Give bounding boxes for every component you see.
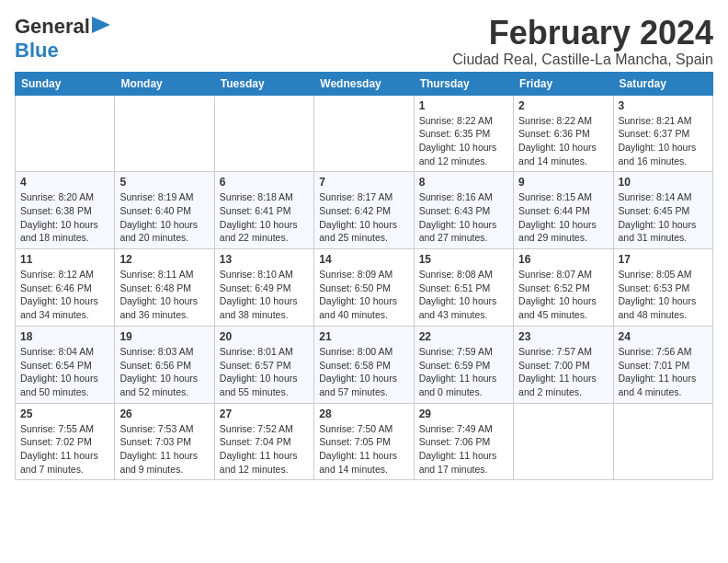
day-number: 7: [319, 176, 408, 189]
day-info: Sunrise: 8:00 AM Sunset: 6:58 PM Dayligh…: [319, 345, 408, 399]
page-header: General Blue February 2024 Ciudad Real, …: [15, 15, 713, 68]
table-row: 28Sunrise: 7:50 AM Sunset: 7:05 PM Dayli…: [314, 403, 414, 480]
table-row: [314, 95, 414, 172]
day-number: 16: [518, 253, 608, 266]
day-info: Sunrise: 8:08 AM Sunset: 6:51 PM Dayligh…: [419, 268, 508, 322]
day-info: Sunrise: 7:50 AM Sunset: 7:05 PM Dayligh…: [319, 422, 408, 477]
day-number: 5: [119, 176, 209, 189]
table-row: 20Sunrise: 8:01 AM Sunset: 6:57 PM Dayli…: [214, 326, 313, 403]
calendar-title: February 2024: [452, 15, 713, 52]
day-info: Sunrise: 8:10 AM Sunset: 6:49 PM Dayligh…: [220, 268, 309, 322]
table-row: 27Sunrise: 7:52 AM Sunset: 7:04 PM Dayli…: [214, 403, 313, 480]
day-number: 23: [518, 330, 608, 343]
col-sunday: Sunday: [16, 72, 115, 95]
table-row: 9Sunrise: 8:15 AM Sunset: 6:44 PM Daylig…: [514, 172, 613, 249]
table-row: [514, 403, 613, 480]
calendar-table: Sunday Monday Tuesday Wednesday Thursday…: [15, 72, 713, 481]
table-row: 7Sunrise: 8:17 AM Sunset: 6:42 PM Daylig…: [314, 172, 414, 249]
day-number: 15: [419, 253, 508, 266]
table-row: 6Sunrise: 8:18 AM Sunset: 6:41 PM Daylig…: [214, 172, 313, 249]
day-number: 8: [419, 176, 508, 189]
table-row: 26Sunrise: 7:53 AM Sunset: 7:03 PM Dayli…: [115, 403, 214, 480]
day-info: Sunrise: 8:07 AM Sunset: 6:52 PM Dayligh…: [518, 268, 608, 322]
table-row: 25Sunrise: 7:55 AM Sunset: 7:02 PM Dayli…: [16, 403, 115, 480]
day-info: Sunrise: 7:55 AM Sunset: 7:02 PM Dayligh…: [20, 422, 109, 477]
table-row: 5Sunrise: 8:19 AM Sunset: 6:40 PM Daylig…: [115, 172, 214, 249]
logo-arrow-icon: [92, 17, 110, 33]
day-info: Sunrise: 8:04 AM Sunset: 6:54 PM Dayligh…: [20, 345, 109, 399]
table-row: [16, 95, 115, 172]
col-friday: Friday: [514, 72, 613, 95]
day-info: Sunrise: 8:11 AM Sunset: 6:48 PM Dayligh…: [119, 268, 209, 322]
day-number: 24: [619, 330, 708, 343]
calendar-week-row: 1Sunrise: 8:22 AM Sunset: 6:35 PM Daylig…: [16, 95, 713, 172]
table-row: 12Sunrise: 8:11 AM Sunset: 6:48 PM Dayli…: [115, 249, 214, 327]
day-info: Sunrise: 7:52 AM Sunset: 7:04 PM Dayligh…: [220, 422, 309, 477]
day-info: Sunrise: 8:19 AM Sunset: 6:40 PM Dayligh…: [119, 190, 209, 245]
col-tuesday: Tuesday: [214, 72, 313, 95]
table-row: [214, 95, 313, 172]
col-monday: Monday: [115, 72, 214, 95]
table-row: 18Sunrise: 8:04 AM Sunset: 6:54 PM Dayli…: [16, 326, 115, 403]
day-number: 4: [20, 176, 109, 189]
table-row: 19Sunrise: 8:03 AM Sunset: 6:56 PM Dayli…: [115, 326, 214, 403]
day-number: 26: [119, 408, 209, 420]
table-row: 10Sunrise: 8:14 AM Sunset: 6:45 PM Dayli…: [613, 172, 712, 249]
day-info: Sunrise: 8:18 AM Sunset: 6:41 PM Dayligh…: [220, 190, 309, 245]
day-number: 11: [20, 253, 109, 266]
calendar-week-row: 4Sunrise: 8:20 AM Sunset: 6:38 PM Daylig…: [16, 172, 713, 249]
day-number: 9: [518, 176, 608, 189]
day-info: Sunrise: 7:53 AM Sunset: 7:03 PM Dayligh…: [119, 422, 209, 477]
table-row: 11Sunrise: 8:12 AM Sunset: 6:46 PM Dayli…: [16, 249, 115, 327]
day-info: Sunrise: 8:22 AM Sunset: 6:35 PM Dayligh…: [419, 114, 508, 168]
day-number: 6: [220, 176, 309, 189]
table-row: 29Sunrise: 7:49 AM Sunset: 7:06 PM Dayli…: [414, 403, 513, 480]
day-number: 20: [220, 330, 309, 343]
table-row: 15Sunrise: 8:08 AM Sunset: 6:51 PM Dayli…: [414, 249, 513, 327]
day-number: 17: [619, 253, 708, 266]
col-wednesday: Wednesday: [314, 72, 414, 95]
day-info: Sunrise: 7:59 AM Sunset: 6:59 PM Dayligh…: [419, 345, 508, 399]
day-info: Sunrise: 8:12 AM Sunset: 6:46 PM Dayligh…: [20, 268, 109, 322]
day-number: 25: [20, 408, 109, 420]
day-number: 13: [220, 253, 309, 266]
logo-text-blue: Blue: [15, 39, 59, 62]
day-info: Sunrise: 7:49 AM Sunset: 7:06 PM Dayligh…: [419, 422, 508, 477]
day-number: 22: [419, 330, 508, 343]
day-info: Sunrise: 8:16 AM Sunset: 6:43 PM Dayligh…: [419, 190, 508, 245]
svg-marker-0: [92, 17, 110, 33]
day-info: Sunrise: 8:17 AM Sunset: 6:42 PM Dayligh…: [319, 190, 408, 245]
day-info: Sunrise: 8:22 AM Sunset: 6:36 PM Dayligh…: [518, 114, 608, 168]
table-row: 23Sunrise: 7:57 AM Sunset: 7:00 PM Dayli…: [514, 326, 613, 403]
day-number: 19: [119, 330, 209, 343]
table-row: 17Sunrise: 8:05 AM Sunset: 6:53 PM Dayli…: [613, 249, 712, 327]
calendar-week-row: 11Sunrise: 8:12 AM Sunset: 6:46 PM Dayli…: [16, 249, 713, 327]
day-number: 28: [319, 408, 408, 420]
day-info: Sunrise: 8:15 AM Sunset: 6:44 PM Dayligh…: [518, 190, 608, 245]
day-info: Sunrise: 8:05 AM Sunset: 6:53 PM Dayligh…: [619, 268, 708, 322]
day-info: Sunrise: 7:57 AM Sunset: 7:00 PM Dayligh…: [518, 345, 608, 399]
calendar-week-row: 25Sunrise: 7:55 AM Sunset: 7:02 PM Dayli…: [16, 403, 713, 480]
calendar-header-row: Sunday Monday Tuesday Wednesday Thursday…: [16, 72, 713, 95]
table-row: 16Sunrise: 8:07 AM Sunset: 6:52 PM Dayli…: [514, 249, 613, 327]
day-number: 14: [319, 253, 408, 266]
day-number: 1: [419, 99, 508, 112]
col-thursday: Thursday: [414, 72, 513, 95]
day-number: 3: [619, 99, 708, 112]
day-info: Sunrise: 8:01 AM Sunset: 6:57 PM Dayligh…: [220, 345, 309, 399]
table-row: 4Sunrise: 8:20 AM Sunset: 6:38 PM Daylig…: [16, 172, 115, 249]
logo-text-general: General: [15, 15, 90, 39]
day-number: 12: [119, 253, 209, 266]
calendar-title-area: February 2024 Ciudad Real, Castille-La M…: [452, 15, 713, 68]
table-row: 21Sunrise: 8:00 AM Sunset: 6:58 PM Dayli…: [314, 326, 414, 403]
table-row: 1Sunrise: 8:22 AM Sunset: 6:35 PM Daylig…: [414, 95, 513, 172]
day-number: 10: [619, 176, 708, 189]
day-number: 2: [518, 99, 608, 112]
table-row: 3Sunrise: 8:21 AM Sunset: 6:37 PM Daylig…: [613, 95, 712, 172]
table-row: [613, 403, 712, 480]
col-saturday: Saturday: [613, 72, 712, 95]
table-row: 2Sunrise: 8:22 AM Sunset: 6:36 PM Daylig…: [514, 95, 613, 172]
day-number: 21: [319, 330, 408, 343]
day-number: 29: [419, 408, 508, 420]
day-info: Sunrise: 8:14 AM Sunset: 6:45 PM Dayligh…: [619, 190, 708, 245]
